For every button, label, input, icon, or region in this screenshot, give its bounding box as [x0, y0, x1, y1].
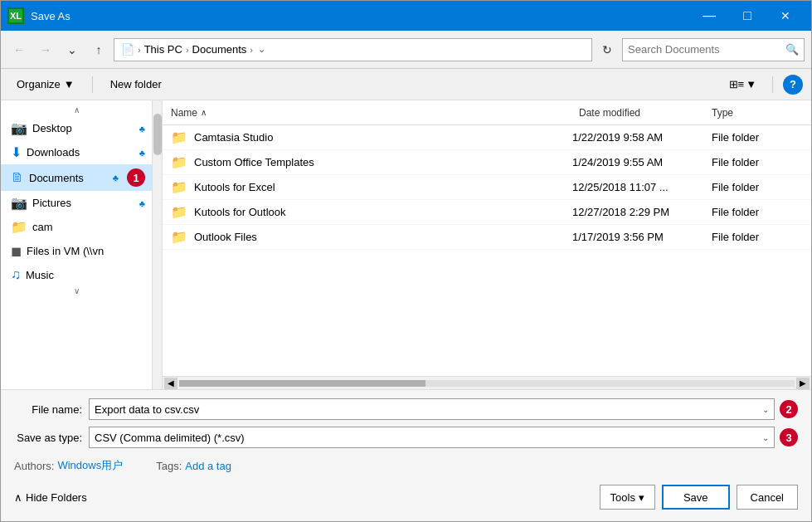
- sidebar-item-label: Pictures: [32, 197, 71, 209]
- sidebar-item-downloads[interactable]: ⬇ Downloads ♣: [1, 140, 152, 164]
- file-name: Camtasia Studio: [194, 131, 566, 144]
- sidebar-wrap: ∧ 📷 Desktop ♣ ⬇ Downloads ♣ 🗎 Documents: [1, 100, 163, 389]
- title-bar: XL Save As — □ ✕: [1, 1, 811, 31]
- meta-row: Authors: Windows用户 Tags: Add a tag: [14, 455, 798, 476]
- file-name: Kutools for Excel: [194, 181, 566, 193]
- help-button[interactable]: ?: [783, 75, 803, 95]
- folder-icon: 📁: [171, 179, 187, 195]
- authors-label: Authors:: [14, 460, 54, 472]
- sidebar-scrollbar[interactable]: [152, 100, 162, 389]
- file-type: File folder: [712, 156, 803, 168]
- cancel-button[interactable]: Cancel: [737, 485, 798, 510]
- path-separator: ›: [138, 45, 141, 55]
- breadcrumb: 📄 › This PC › Documents ›: [121, 43, 255, 56]
- file-area: Name ∧ Date modified Type 📁 Camtasia Stu…: [163, 100, 811, 389]
- savetype-badge: 3: [780, 428, 798, 446]
- file-date: 1/24/2019 9:55 AM: [572, 156, 705, 168]
- column-date[interactable]: Date modified: [579, 107, 712, 119]
- sidebar-item-label: Desktop: [32, 122, 72, 134]
- sidebar-item-label: Downloads: [27, 146, 80, 159]
- horizontal-scrollbar[interactable]: ◀ ▶: [163, 376, 811, 389]
- table-row[interactable]: 📁 Kutools for Excel 12/25/2018 11:07 ...…: [163, 175, 811, 200]
- filename-input-wrap[interactable]: ⌄: [89, 398, 775, 420]
- filename-label: File name:: [14, 403, 89, 416]
- refresh-button[interactable]: ↻: [596, 38, 619, 61]
- file-date: 12/25/2018 11:07 ...: [572, 181, 705, 193]
- folder-icon: 📁: [171, 229, 187, 245]
- minimize-button[interactable]: —: [690, 1, 728, 31]
- address-bar: ← → ⌄ ↑ 📄 › This PC › Documents › ⌄ ↻ 🔍: [1, 31, 811, 69]
- sidebar-item-label: Documents: [29, 172, 84, 184]
- folder-icon: 📁: [171, 154, 187, 170]
- sidebar-item-desktop[interactable]: 📷 Desktop ♣: [1, 116, 152, 140]
- table-row[interactable]: 📁 Outlook Files 1/17/2019 3:56 PM File f…: [163, 225, 811, 250]
- sidebar-item-music[interactable]: ♫ Music: [1, 263, 152, 286]
- column-name[interactable]: Name ∧: [171, 107, 579, 119]
- music-icon: ♫: [11, 267, 21, 282]
- folder-icon: 📁: [171, 204, 187, 220]
- pin-icon4: ♣: [139, 198, 145, 208]
- sidebar-scrollbar-thumb[interactable]: [153, 114, 162, 155]
- sidebar-scroll-up[interactable]: ∧: [1, 105, 152, 115]
- view-button[interactable]: ⊞≡ ▼: [723, 75, 762, 94]
- sidebar-item-documents[interactable]: 🗎 Documents ♣ 1: [1, 164, 152, 191]
- col-type-label: Type: [712, 107, 733, 119]
- view-arrow: ▼: [746, 78, 756, 90]
- col-name-label: Name: [171, 107, 197, 119]
- authors-value[interactable]: Windows用户: [57, 458, 123, 473]
- sort-arrow: ∧: [201, 108, 207, 117]
- table-row[interactable]: 📁 Camtasia Studio 1/22/2019 9:58 AM File…: [163, 125, 811, 150]
- path-dropdown-arrow: ⌄: [258, 44, 265, 55]
- h-scroll-track[interactable]: [179, 380, 795, 387]
- table-row[interactable]: 📁 Custom Office Templates 1/24/2019 9:55…: [163, 150, 811, 175]
- h-scroll-thumb: [179, 380, 425, 387]
- organize-button[interactable]: Organize ▼: [9, 75, 82, 94]
- save-button[interactable]: Save: [662, 485, 730, 510]
- h-scroll-left[interactable]: ◀: [164, 378, 177, 389]
- documents-badge: 1: [127, 168, 145, 187]
- main-area: ∧ 📷 Desktop ♣ ⬇ Downloads ♣ 🗎 Documents: [1, 100, 811, 389]
- hide-folders-button[interactable]: ∧ Hide Folders: [14, 491, 87, 504]
- sidebar-scroll-down[interactable]: ∨: [1, 286, 152, 295]
- bottom-area: File name: ⌄ 2 Save as type: ⌄ 3 Authors…: [1, 389, 811, 521]
- up-button[interactable]: ↑: [87, 38, 110, 61]
- pictures-icon: 📷: [11, 195, 27, 211]
- search-box: 🔍: [622, 38, 805, 61]
- sidebar: ∧ 📷 Desktop ♣ ⬇ Downloads ♣ 🗎 Documents: [1, 100, 152, 389]
- tools-button[interactable]: Tools ▾: [600, 485, 655, 510]
- back-button[interactable]: ←: [7, 38, 31, 61]
- new-folder-label: New folder: [110, 78, 162, 90]
- savetype-label: Save as type:: [14, 432, 89, 444]
- search-input[interactable]: [628, 43, 785, 56]
- col-date-label: Date modified: [579, 107, 640, 119]
- downloads-icon: ⬇: [11, 144, 22, 160]
- file-list-header: Name ∧ Date modified Type: [163, 100, 811, 125]
- filename-input[interactable]: [95, 403, 762, 416]
- file-type: File folder: [712, 206, 803, 218]
- cam-icon: 📁: [11, 219, 27, 235]
- new-folder-button[interactable]: New folder: [103, 75, 169, 94]
- pin-icon3: ♣: [113, 173, 119, 183]
- tags-value[interactable]: Add a tag: [185, 460, 231, 472]
- search-icon[interactable]: 🔍: [785, 43, 799, 56]
- toolbar-separator2: [772, 76, 773, 93]
- sidebar-item-pictures[interactable]: 📷 Pictures ♣: [1, 191, 152, 215]
- file-type: File folder: [712, 181, 803, 193]
- address-path[interactable]: 📄 › This PC › Documents › ⌄: [114, 38, 592, 61]
- column-type[interactable]: Type: [712, 107, 803, 119]
- forward-button[interactable]: →: [34, 38, 57, 61]
- filename-row: File name: ⌄ 2: [14, 398, 798, 420]
- filename-dropdown-arrow[interactable]: ⌄: [762, 405, 769, 414]
- table-row[interactable]: 📁 Kutools for Outlook 12/27/2018 2:29 PM…: [163, 200, 811, 225]
- sidebar-item-vm[interactable]: ◼ Files in VM (\\vn: [1, 239, 152, 263]
- dropdown-button[interactable]: ⌄: [61, 38, 84, 61]
- savetype-dropdown-arrow[interactable]: ⌄: [762, 433, 769, 442]
- h-scroll-right[interactable]: ▶: [796, 378, 810, 389]
- sidebar-item-cam[interactable]: 📁 cam: [1, 215, 152, 239]
- pin-icon: ♣: [139, 124, 145, 134]
- savetype-input[interactable]: [95, 432, 762, 444]
- savetype-input-wrap[interactable]: ⌄: [89, 427, 775, 448]
- maximize-button[interactable]: □: [728, 1, 766, 31]
- close-button[interactable]: ✕: [766, 1, 805, 31]
- documents-crumb: Documents: [192, 43, 247, 56]
